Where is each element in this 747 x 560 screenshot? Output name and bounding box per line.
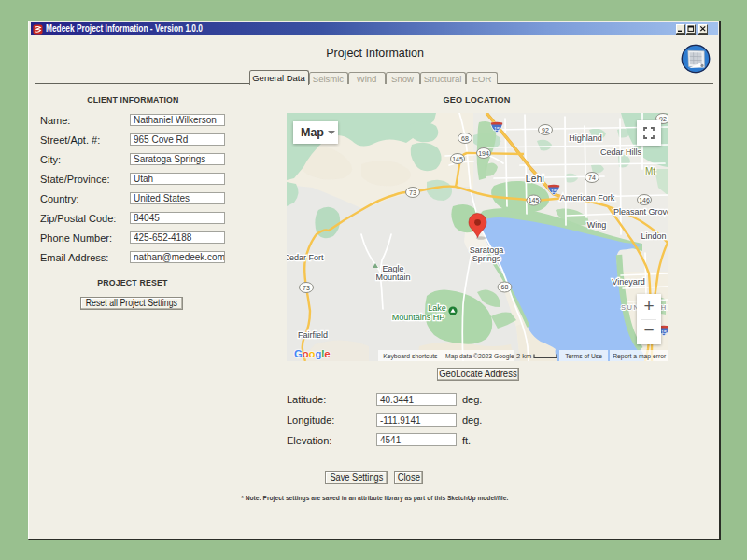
svg-text:73: 73 [303, 285, 310, 291]
svg-text:92: 92 [542, 127, 549, 133]
svg-text:145: 145 [452, 156, 463, 162]
svg-text:Springs: Springs [472, 254, 501, 263]
svg-text:15: 15 [494, 126, 500, 132]
svg-text:15: 15 [661, 329, 667, 335]
svg-text:74: 74 [588, 175, 596, 181]
svg-text:Pleasant Grove: Pleasant Grove [613, 207, 668, 217]
svg-text:Wing: Wing [587, 220, 607, 230]
svg-text:Lake: Lake [428, 303, 446, 313]
svg-text:68: 68 [461, 135, 469, 142]
svg-text:Highland: Highland [569, 133, 602, 143]
svg-text:Cedar Fort: Cedar Fort [287, 253, 324, 262]
svg-text:68: 68 [501, 284, 509, 290]
svg-text:194: 194 [478, 150, 489, 157]
svg-text:Vineyard: Vineyard [612, 277, 644, 287]
svg-text:145: 145 [529, 197, 540, 203]
svg-text:Lehi: Lehi [526, 174, 545, 184]
svg-text:15: 15 [551, 189, 557, 194]
svg-text:American Fork: American Fork [560, 193, 615, 203]
svg-text:Cedar Hills: Cedar Hills [600, 147, 642, 157]
svg-text:Lindon: Lindon [641, 231, 666, 241]
svg-text:Mountains HP: Mountains HP [392, 313, 445, 322]
svg-text:Fairfield: Fairfield [298, 330, 328, 340]
svg-text:Mt: Mt [645, 166, 655, 176]
svg-text:Mountain: Mountain [375, 273, 410, 282]
svg-text:146: 146 [639, 197, 650, 203]
svg-text:73: 73 [409, 189, 416, 196]
